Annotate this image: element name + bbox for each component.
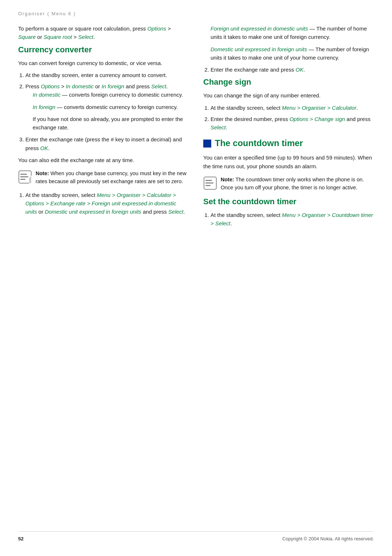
gt1: > [166, 25, 171, 32]
step3-end: . [48, 145, 50, 151]
countdown-section-heading: The countdown timer [203, 138, 374, 148]
domestic-unit-link: Domestic unit expressed in foreign units [211, 46, 307, 52]
currency-step2-1: At the standby screen, select Menu > Org… [25, 191, 189, 216]
step2-gt: > [60, 83, 66, 89]
right-column: Foreign unit expressed in domestic units… [203, 24, 374, 531]
ifnot-text: If you have not done so already, you are… [33, 115, 189, 132]
inforeign-link: In foreign [33, 104, 56, 110]
end-period: . [93, 34, 95, 40]
main-content: To perform a square or square root calcu… [18, 24, 374, 531]
step3-ok: OK [40, 145, 48, 151]
indomestic-link: In domestic [33, 92, 61, 98]
square-link: Square [18, 34, 36, 40]
step2-inforeign: In foreign [102, 83, 124, 89]
currency-step-1: At the standby screen, enter a currency … [25, 71, 189, 79]
svg-rect-3 [20, 179, 25, 180]
exchange-step2-end: . [303, 67, 305, 73]
change-sign-heading: Change sign [203, 77, 374, 87]
step2-1-domestic: Domestic unit expressed in foreign units [45, 209, 141, 215]
foreign-unit-link: Foreign unit expressed in domestic units [211, 25, 308, 32]
page: Organiser ( Menu 6 ) To perform a square… [0, 0, 392, 556]
set-countdown-heading: Set the countdown timer [203, 197, 374, 206]
note-bold: Note: [36, 170, 49, 176]
step2-text: Press [25, 83, 41, 89]
or-text: or [36, 34, 44, 40]
currency-step-2: Press Options > In domestic or In foreig… [25, 82, 189, 132]
cs-step2-end: . [226, 124, 227, 130]
step2-select: Select [151, 83, 166, 89]
step2-or: or [94, 83, 102, 89]
step2-1-end: . [183, 209, 185, 215]
currency-step-3: Enter the exchange rate (press the # key… [25, 135, 189, 152]
step2-end: . [166, 83, 168, 89]
note-content: When you change base currency, you must … [36, 170, 187, 184]
countdown-note-text: Note: The countdown timer only works whe… [221, 176, 374, 192]
change-sign-step2: Enter the desired number, press Options … [211, 115, 374, 132]
exchange-ok-link: OK [295, 67, 303, 73]
change-sign-desc: You can change the sign of any number en… [203, 91, 374, 100]
left-column: To perform a square or square root calcu… [18, 24, 189, 531]
currency-converter-heading: Currency converter [18, 45, 189, 55]
step2-indomestic: In domestic [66, 83, 94, 89]
inforeign-text: — converts domestic currency to foreign … [56, 104, 178, 110]
step2-and: and press [124, 83, 151, 89]
select-link: Select [78, 34, 94, 40]
intro-paragraph: To perform a square or square root calcu… [18, 24, 189, 41]
currency-desc: You can convert foreign currency to dome… [18, 59, 189, 67]
step2-1-text: At the standby screen, select [25, 192, 97, 198]
cs-step1-link: Menu > Organiser > Calculator [282, 105, 356, 111]
cs-step2-select: Select [211, 124, 226, 130]
copyright-text: Copyright © 2004 Nokia. All rights reser… [282, 536, 374, 541]
inforeign-desc: In foreign — converts domestic currency … [33, 103, 189, 111]
countdown-note-content: The countdown timer only works when the … [221, 177, 364, 190]
intro-text: To perform a square or square root calcu… [18, 25, 147, 32]
page-number: 52 [18, 536, 24, 541]
countdown-desc: You can enter a specified time (up to 99… [203, 153, 374, 170]
svg-rect-8 [205, 182, 213, 184]
gt2: > [72, 34, 78, 40]
exchange-step2: Enter the exchange rate and press OK. [211, 65, 374, 74]
currency-note-box: Note: When you change base currency, you… [18, 169, 189, 186]
note-icon [18, 170, 32, 184]
currency-note-text: Note: When you change base currency, you… [36, 169, 189, 186]
step1-text: At the standby screen, enter a currency … [25, 72, 167, 78]
countdown-note-box: Note: The countdown timer only works whe… [203, 176, 374, 192]
exchange-rate-info: Foreign unit expressed in domestic units… [211, 24, 374, 62]
foreign-unit-desc: Foreign unit expressed in domestic units… [211, 24, 374, 41]
countdown-note-bold: Note: [221, 177, 234, 182]
countdown-note-icon [203, 176, 217, 190]
cs-step2-and: and press [345, 116, 371, 122]
sct-step1-end: . [230, 220, 232, 226]
step2-1-and: and press [141, 209, 168, 215]
cs-step1-text: At the standby screen, select [211, 105, 282, 111]
options-link: Options [147, 25, 166, 32]
square-root-link: Square root [44, 34, 72, 40]
set-countdown-step1: At the standby screen, select Menu > Org… [211, 211, 374, 228]
change-sign-step1: At the standby screen, select Menu > Org… [211, 104, 374, 112]
svg-rect-9 [205, 185, 211, 186]
cs-step2-options: Options > Change sign [290, 116, 345, 122]
sct-step1-text: At the standby screen, select [211, 212, 282, 218]
svg-rect-2 [20, 176, 28, 177]
cs-step2-text: Enter the desired number, press [211, 116, 290, 122]
svg-rect-1 [20, 174, 27, 175]
svg-marker-5 [29, 176, 31, 183]
step2-1-select: Select [168, 209, 184, 215]
indomestic-text: — converts foreign currency to domestic … [61, 92, 183, 98]
svg-rect-7 [205, 180, 212, 181]
step2-1-or: or [37, 209, 45, 215]
change-sign-steps: At the standby screen, select Menu > Org… [211, 104, 374, 132]
currency-steps2-list: At the standby screen, select Menu > Org… [25, 191, 189, 216]
page-header: Organiser ( Menu 6 ) [18, 11, 374, 16]
blue-box-icon [203, 140, 211, 148]
domestic-unit-desc: Domestic unit expressed in foreign units… [211, 45, 374, 62]
countdown-heading-text: The countdown timer [215, 138, 303, 148]
exchange-step2-text: Enter the exchange rate and press [211, 67, 295, 73]
also-text: You can also edit the exchange rate at a… [18, 156, 189, 164]
exchange-step2-list: Enter the exchange rate and press OK. [211, 65, 374, 74]
step2-indent: In domestic — converts foreign currency … [33, 90, 189, 132]
page-footer: 52 Copyright © 2004 Nokia. All rights re… [18, 531, 374, 541]
set-countdown-steps: At the standby screen, select Menu > Org… [211, 211, 374, 228]
currency-steps-list: At the standby screen, enter a currency … [25, 71, 189, 152]
cs-step1-end: . [356, 105, 358, 111]
